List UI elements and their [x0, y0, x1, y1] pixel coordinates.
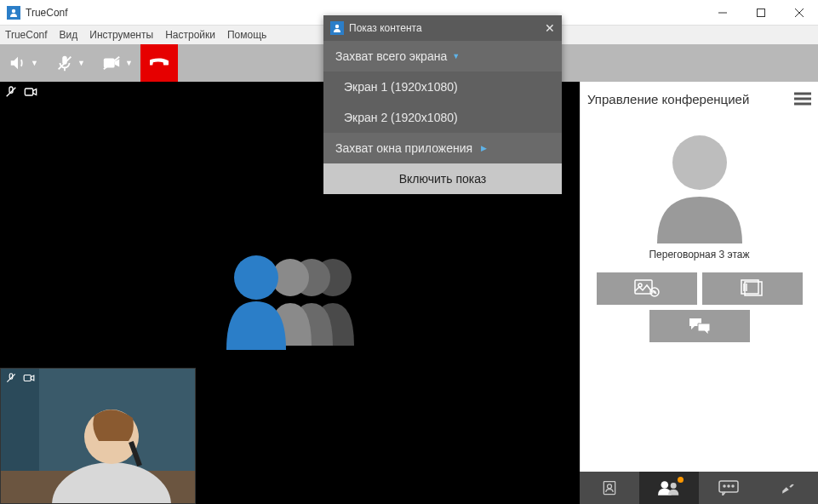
screen-1-item[interactable]: Экран 1 (1920x1080) — [323, 72, 562, 102]
svg-rect-8 — [104, 59, 115, 68]
capture-app-window-item[interactable]: Захват окна приложения ▶ — [323, 133, 562, 163]
capture-full-screen-item[interactable]: Захват всего экрана ▼ — [323, 41, 562, 72]
camera-icon — [21, 372, 37, 384]
maximize-button[interactable] — [741, 0, 780, 26]
triangle-down-icon: ▼ — [452, 52, 460, 60]
bottom-tabs — [580, 472, 818, 504]
participant-name: Переговорная 3 этаж — [649, 249, 749, 261]
hangup-button[interactable] — [140, 44, 178, 82]
chevron-down-icon: ▼ — [31, 59, 38, 67]
chevron-down-icon: ▼ — [77, 59, 85, 67]
minimize-button[interactable] — [703, 0, 741, 26]
svg-rect-37 — [603, 482, 615, 495]
app-icon — [7, 6, 20, 20]
share-image-button[interactable] — [597, 272, 697, 305]
svg-point-0 — [12, 9, 15, 12]
triangle-right-icon: ▶ — [481, 144, 487, 152]
share-slides-button[interactable] — [702, 272, 803, 305]
menu-tools[interactable]: Инструменты — [89, 29, 153, 41]
menu-view[interactable]: Вид — [60, 29, 78, 41]
popup-close-button[interactable]: ✕ — [545, 21, 555, 35]
notification-dot — [678, 477, 684, 483]
conference-placeholder-icon — [218, 252, 363, 354]
svg-rect-12 — [25, 89, 32, 95]
side-header: Управление конференцией — [581, 82, 818, 116]
mic-button[interactable]: ▼ — [47, 44, 94, 82]
svg-line-18 — [7, 374, 14, 381]
svg-point-29 — [672, 135, 727, 190]
svg-rect-2 — [757, 9, 764, 16]
chevron-down-icon: ▼ — [125, 59, 133, 67]
self-view[interactable] — [0, 368, 196, 504]
video-status-icons — [3, 85, 39, 99]
self-video-placeholder — [1, 369, 196, 504]
chat-button[interactable] — [649, 310, 750, 342]
svg-rect-19 — [24, 375, 31, 381]
svg-point-38 — [608, 484, 612, 489]
content-sharing-popup: Показ контента ✕ Захват всего экрана ▼ Э… — [323, 15, 562, 194]
participant-avatar — [644, 124, 755, 243]
svg-point-44 — [732, 485, 734, 487]
tab-address-book[interactable] — [580, 472, 639, 504]
camera-button[interactable]: ▼ — [94, 44, 140, 82]
svg-point-42 — [724, 485, 725, 487]
side-panel: Управление конференцией Переговорная 3 э… — [580, 82, 818, 504]
menu-settings[interactable]: Настройки — [165, 29, 215, 41]
tab-participants[interactable] — [639, 472, 699, 504]
side-title: Управление конференцией — [587, 92, 749, 106]
menu-icon[interactable] — [794, 92, 811, 106]
capture-full-screen-label: Захват всего экрана — [335, 49, 447, 63]
menu-help[interactable]: Помощь — [227, 29, 266, 41]
speaker-button[interactable]: ▼ — [0, 44, 47, 82]
capture-app-window-label: Захват окна приложения — [335, 141, 472, 155]
popup-title-text: Показ контента — [349, 22, 422, 34]
svg-point-16 — [234, 255, 278, 300]
svg-point-45 — [335, 25, 339, 28]
screen-2-item[interactable]: Экран 2 (1920x1080) — [323, 102, 562, 133]
camera-icon — [22, 85, 39, 99]
close-button[interactable] — [780, 0, 818, 26]
popup-app-icon — [330, 21, 344, 35]
tab-chat[interactable] — [699, 472, 758, 504]
svg-point-39 — [661, 481, 668, 489]
svg-rect-30 — [635, 280, 652, 294]
svg-point-40 — [671, 483, 677, 489]
menu-trueconf[interactable]: TrueConf — [5, 29, 48, 41]
svg-line-11 — [7, 88, 16, 97]
mic-off-icon — [3, 85, 19, 99]
svg-point-43 — [728, 485, 729, 487]
tab-tools[interactable] — [758, 472, 818, 504]
mic-off-icon — [4, 372, 18, 384]
popup-titlebar: Показ контента ✕ — [323, 15, 562, 41]
start-sharing-button[interactable]: Включить показ — [323, 163, 562, 194]
